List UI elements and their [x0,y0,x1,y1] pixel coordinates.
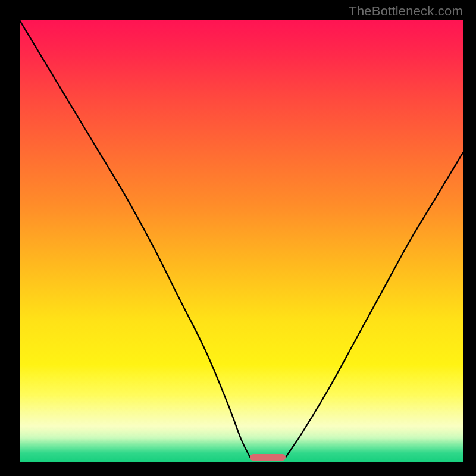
chart-container: TheBottleneck.com [0,0,476,476]
bottleneck-curve [20,20,463,462]
curve-left [20,20,250,458]
bottom-marker [250,454,286,460]
curve-right [286,153,463,458]
plot-area [20,20,463,462]
watermark-label: TheBottleneck.com [349,4,463,19]
